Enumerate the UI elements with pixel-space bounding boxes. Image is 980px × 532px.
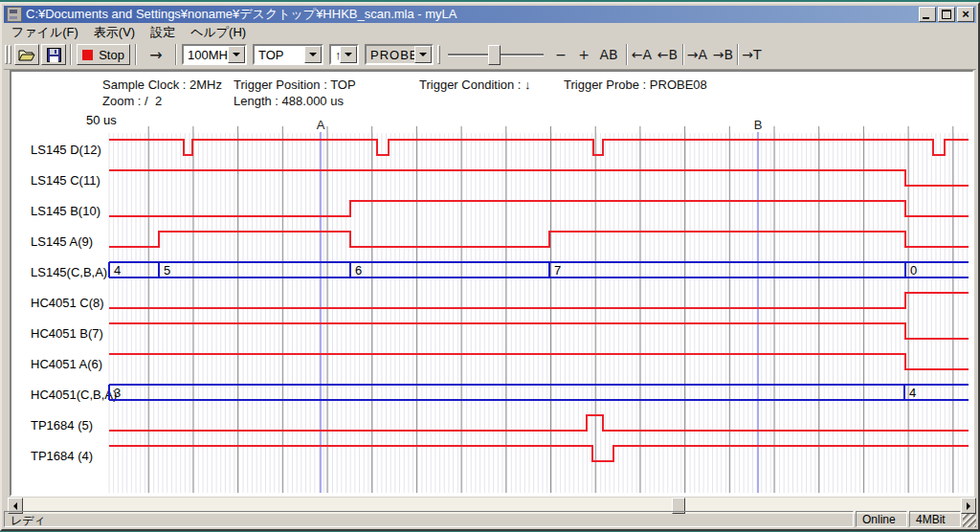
channel-name: LS145 B(10) — [31, 204, 100, 218]
channel-name: TP1684 (4) — [31, 449, 93, 463]
channel-name: TP1684 (5) — [31, 418, 93, 432]
status-online: Online — [856, 511, 907, 527]
trigger-probe-value: PROBE00 — [367, 48, 414, 62]
combo-drop-button[interactable] — [414, 46, 432, 63]
stop-label: Stop — [99, 48, 124, 62]
chevron-down-icon — [419, 53, 427, 56]
toolbar-grip[interactable] — [5, 45, 8, 64]
combo-drop-button[interactable] — [340, 46, 357, 63]
marker-label-b: B — [754, 118, 763, 132]
time-scale-label: 50 us — [86, 113, 117, 127]
channel-name: LS145 D(12) — [31, 143, 101, 157]
chevron-down-icon — [309, 53, 317, 56]
toolbar: Stop → 100MHz TOP ↑ PROBE00 − + AB — [4, 41, 976, 70]
menu-bar: ファイル(F) 表示(V) 設定 ヘルプ(H) — [4, 24, 976, 40]
trigger-edge-value: ↑ — [331, 48, 340, 62]
move-a-right-button[interactable]: →A — [684, 44, 710, 65]
bus-value: 4 — [114, 263, 121, 277]
bus-value: 5 — [164, 263, 170, 277]
channel-name: HC4051 C(8) — [31, 296, 104, 310]
waveform-plot[interactable]: 50 usABLS145 D(12)LS145 C(11)LS145 B(10)… — [11, 72, 972, 495]
chevron-down-icon — [345, 53, 352, 56]
toolbar-separator — [626, 44, 628, 65]
toolbar-separator — [70, 44, 72, 65]
open-folder-icon — [18, 48, 35, 61]
status-message: レディ — [4, 511, 854, 527]
title-bar[interactable]: C:¥Documents and Settings¥noname¥デスクトップ¥… — [4, 6, 976, 23]
red-square-stop-icon — [82, 50, 93, 60]
channel-name: HC4051(C,B,A) — [31, 388, 117, 402]
menu-file[interactable]: ファイル(F) — [4, 23, 86, 42]
trigger-probe-combo[interactable]: PROBE00 — [365, 44, 434, 65]
open-file-button[interactable] — [14, 44, 39, 65]
bus-value: 7 — [554, 263, 561, 277]
save-file-button[interactable] — [41, 44, 66, 65]
maximize-icon — [942, 10, 951, 19]
sample-clock-combo[interactable]: 100MHz — [182, 44, 247, 65]
bus-value: 3 — [114, 386, 121, 400]
minimize-button[interactable] — [919, 7, 936, 22]
status-bar: レディ Online 4MBit — [4, 509, 976, 527]
minimize-icon — [923, 17, 929, 19]
bus-value: 4 — [909, 386, 916, 400]
toolbar-separator — [135, 44, 137, 65]
close-icon: × — [962, 10, 969, 19]
sample-clock-value: 100MHz — [184, 48, 228, 62]
zoom-slider-thumb[interactable] — [488, 45, 501, 65]
move-b-left-button[interactable]: ←B — [655, 44, 680, 65]
resize-grip-icon[interactable] — [963, 514, 976, 527]
toolbar-grip[interactable] — [437, 45, 440, 64]
maximize-button[interactable] — [938, 7, 955, 22]
bus-value: 6 — [355, 263, 362, 277]
chevron-down-icon — [233, 53, 240, 56]
bus-value: 0 — [910, 263, 917, 277]
channel-name: LS145 A(9) — [31, 234, 93, 249]
zoom-in-button[interactable]: + — [574, 44, 593, 65]
marker-label-a: A — [317, 118, 325, 132]
zoom-out-button[interactable]: − — [551, 44, 570, 65]
trigger-edge-combo[interactable]: ↑ — [329, 44, 359, 65]
run-button[interactable]: → — [141, 44, 171, 65]
move-b-right-button[interactable]: →B — [710, 44, 736, 65]
channel-name: HC4051 A(6) — [31, 357, 102, 371]
app-window: C:¥Documents and Settings¥noname¥デスクトップ¥… — [0, 2, 980, 531]
combo-drop-button[interactable] — [228, 46, 245, 63]
channel-name: LS145(C,B,A) — [31, 265, 107, 279]
menu-view[interactable]: 表示(V) — [86, 23, 143, 42]
floppy-save-icon — [47, 48, 61, 62]
move-a-left-button[interactable]: ←A — [629, 44, 655, 65]
go-to-trigger-button[interactable]: →T — [739, 44, 765, 65]
toolbar-grip[interactable] — [9, 45, 11, 64]
combo-drop-button[interactable] — [304, 46, 322, 63]
window-title: C:¥Documents and Settings¥noname¥デスクトップ¥… — [26, 6, 917, 23]
stop-button[interactable]: Stop — [77, 44, 130, 65]
waveform-client-area: Sample Clock : 2MHz Trigger Position : T… — [10, 70, 974, 497]
status-memory: 4MBit — [909, 511, 961, 527]
menu-settings[interactable]: 設定 — [143, 23, 183, 42]
zoom-slider[interactable] — [448, 44, 546, 65]
channel-name: HC4051 B(7) — [31, 326, 103, 341]
channel-name: LS145 C(11) — [31, 173, 100, 188]
app-icon[interactable] — [7, 7, 22, 22]
ab-button[interactable]: AB — [595, 44, 622, 65]
trigger-position-combo[interactable]: TOP — [253, 44, 323, 65]
toolbar-separator — [175, 44, 177, 65]
close-button[interactable]: × — [957, 7, 974, 22]
menu-help[interactable]: ヘルプ(H) — [183, 23, 254, 42]
trigger-position-value: TOP — [255, 48, 304, 62]
